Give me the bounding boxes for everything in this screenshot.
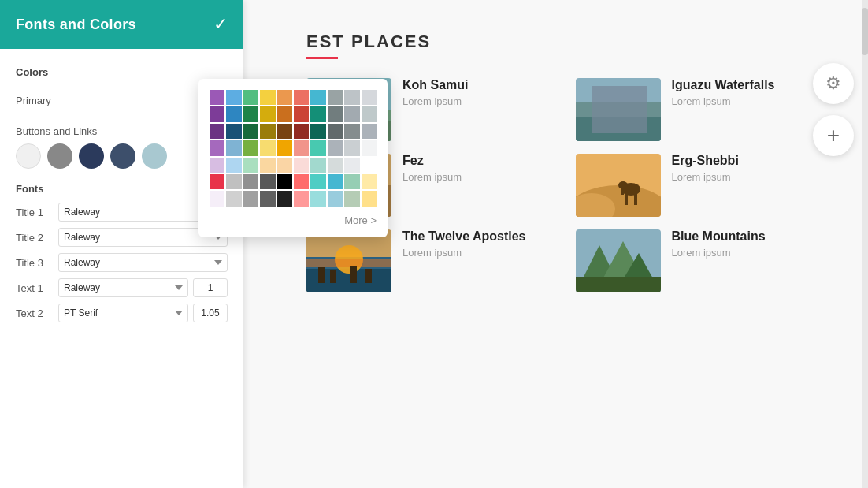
color-cell[interactable] [210, 158, 224, 173]
color-cell[interactable] [210, 90, 224, 105]
color-cell[interactable] [344, 174, 359, 189]
color-cell[interactable] [226, 90, 241, 105]
erg-shebbi-desc: Lorem ipsum [672, 171, 822, 183]
color-cell[interactable] [328, 158, 343, 173]
color-cell[interactable] [310, 140, 325, 155]
color-cell[interactable] [243, 90, 258, 105]
color-cell[interactable] [294, 158, 309, 173]
swatch-gray[interactable] [47, 143, 72, 169]
color-cell[interactable] [260, 124, 275, 139]
color-cell[interactable] [260, 90, 275, 105]
color-cell[interactable] [344, 124, 359, 139]
color-cell[interactable] [260, 140, 275, 155]
color-cell[interactable] [226, 191, 241, 206]
color-cell[interactable] [344, 106, 359, 121]
color-cell[interactable] [328, 191, 343, 206]
color-cell[interactable] [226, 124, 241, 139]
color-cell[interactable] [310, 106, 325, 121]
check-icon[interactable]: ✓ [213, 14, 228, 35]
color-cell[interactable] [243, 106, 258, 121]
fonts-section-label: Fonts [16, 183, 228, 195]
sidebar: Fonts and Colors ✓ Colors Primary Button… [0, 0, 243, 488]
section-title: EST PLACES [306, 32, 821, 52]
swatch-light[interactable] [16, 143, 41, 169]
color-cell[interactable] [260, 174, 275, 189]
color-cell[interactable] [328, 124, 343, 139]
color-cell[interactable] [310, 124, 325, 139]
color-cell[interactable] [226, 140, 241, 155]
color-cell[interactable] [362, 191, 377, 206]
scrollbar-thumb[interactable] [862, 8, 868, 55]
scrollbar-track [862, 0, 868, 488]
color-cell[interactable] [328, 106, 343, 121]
color-cell[interactable] [210, 191, 224, 206]
color-cell[interactable] [277, 90, 292, 105]
gear-button[interactable]: ⚙ [813, 63, 854, 104]
color-cell[interactable] [243, 158, 258, 173]
fab-container: ⚙ + [813, 63, 854, 156]
color-cell[interactable] [294, 191, 309, 206]
color-cell[interactable] [243, 174, 258, 189]
color-cell[interactable] [294, 174, 309, 189]
color-cell[interactable] [243, 191, 258, 206]
color-cell[interactable] [328, 174, 343, 189]
color-cell[interactable] [277, 140, 292, 155]
picker-more-link[interactable]: More > [210, 214, 377, 226]
color-cell[interactable] [310, 191, 325, 206]
color-cell[interactable] [210, 174, 224, 189]
font-select-text2[interactable]: PT Serif Raleway [58, 304, 188, 322]
color-cell[interactable] [362, 158, 377, 173]
color-cell[interactable] [210, 124, 224, 139]
primary-color-row: Primary [16, 86, 228, 114]
font-select-title3[interactable]: Raleway PT Serif [58, 253, 228, 272]
color-cell[interactable] [294, 106, 309, 121]
color-cell[interactable] [328, 90, 343, 105]
color-cell[interactable] [210, 140, 224, 155]
color-cell[interactable] [226, 174, 241, 189]
color-cell[interactable] [362, 124, 377, 139]
color-cell[interactable] [260, 191, 275, 206]
svg-rect-26 [306, 259, 391, 267]
swatch-light-blue[interactable] [142, 143, 167, 169]
color-cell[interactable] [310, 90, 325, 105]
color-cell[interactable] [344, 158, 359, 173]
color-cell[interactable] [294, 90, 309, 105]
color-cell[interactable] [226, 158, 241, 173]
plus-button[interactable]: + [813, 115, 854, 156]
color-cell[interactable] [243, 124, 258, 139]
color-cell[interactable] [277, 124, 292, 139]
font-size-text2[interactable] [193, 304, 228, 322]
color-cell[interactable] [362, 140, 377, 155]
color-cell[interactable] [294, 140, 309, 155]
color-cell[interactable] [344, 191, 359, 206]
color-cell[interactable] [328, 140, 343, 155]
color-cell[interactable] [226, 106, 241, 121]
place-card-iguazu: Iguazu Waterfalls Lorem ipsum [576, 78, 822, 141]
color-cell[interactable] [260, 158, 275, 173]
twelve-apostles-img [306, 229, 391, 292]
color-cell[interactable] [310, 158, 325, 173]
color-cell[interactable] [310, 174, 325, 189]
primary-label: Primary [16, 95, 199, 106]
buttons-links-label: Buttons and Links [16, 125, 228, 137]
color-cell[interactable] [344, 140, 359, 155]
color-cell[interactable] [210, 106, 224, 121]
svg-rect-8 [592, 86, 647, 133]
color-cell[interactable] [277, 106, 292, 121]
color-cell[interactable] [243, 140, 258, 155]
color-cell[interactable] [344, 90, 359, 105]
color-cell[interactable] [277, 174, 292, 189]
color-cell[interactable] [362, 90, 377, 105]
swatch-slate[interactable] [110, 143, 135, 169]
color-cell[interactable] [260, 106, 275, 121]
swatch-dark-blue[interactable] [79, 143, 104, 169]
color-cell[interactable] [277, 191, 292, 206]
color-cell[interactable] [362, 106, 377, 121]
font-select-text1[interactable]: Raleway PT Serif [58, 278, 188, 297]
svg-rect-21 [621, 188, 624, 195]
color-cell[interactable] [294, 124, 309, 139]
svg-rect-35 [576, 277, 661, 292]
color-cell[interactable] [362, 174, 377, 189]
font-size-text1[interactable] [193, 278, 228, 297]
color-cell[interactable] [277, 158, 292, 173]
